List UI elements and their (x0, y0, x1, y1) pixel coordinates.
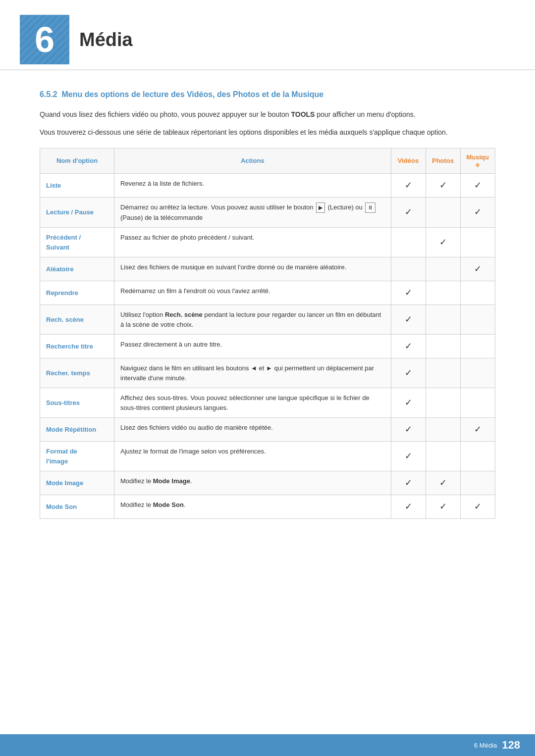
table-row: Mode Répétition Lisez des fichiers vidéo… (40, 418, 495, 442)
option-action: Lisez des fichiers de musique en suivant… (114, 257, 391, 281)
option-action: Ajustez le format de l'image selon vos p… (114, 442, 391, 471)
check-musique: ✓ (460, 418, 495, 442)
col-header-actions: Actions (114, 148, 391, 173)
table-row: Mode Image Modifiez le Mode Image. ✓ ✓ (40, 471, 495, 495)
check-photos (426, 257, 460, 281)
option-action: Démarrez ou arrêtez la lecture. Vous pou… (114, 197, 391, 227)
option-action: Modifiez le Mode Son. (114, 495, 391, 519)
option-action: Redémarrez un film à l'endroit où vous l… (114, 281, 391, 305)
table-row: Recher. temps Naviguez dans le film en u… (40, 358, 495, 388)
option-name: Mode Son (40, 495, 114, 519)
main-content: 6.5.2 Menu des options de lecture des Vi… (0, 70, 535, 549)
check-photos (426, 281, 460, 305)
play-icon: ▶ (316, 202, 325, 213)
option-action: Naviguez dans le film en utilisant les b… (114, 358, 391, 388)
check-videos: ✓ (391, 358, 426, 388)
check-musique (460, 471, 495, 495)
footer-page-number: 128 (502, 739, 520, 752)
section-title: 6.5.2 Menu des options de lecture des Vi… (40, 90, 495, 99)
check-videos (391, 228, 426, 257)
option-action: Affichez des sous-titres. Vous pouvez sé… (114, 388, 391, 418)
check-musique (460, 358, 495, 388)
table-row: Format del'image Ajustez le format de l'… (40, 442, 495, 471)
check-videos: ✓ (391, 495, 426, 519)
option-name: Mode Répétition (40, 418, 114, 442)
check-videos: ✓ (391, 335, 426, 358)
option-name: Format del'image (40, 442, 114, 471)
check-photos (426, 358, 460, 388)
option-name: Recherche titre (40, 335, 114, 358)
table-row: Rech. scène Utilisez l'option Rech. scèn… (40, 305, 495, 335)
table-row: Précédent /Suivant Passez au fichier de … (40, 228, 495, 257)
check-videos: ✓ (391, 281, 426, 305)
intro-paragraph-1: Quand vous lisez des fichiers vidéo ou p… (40, 109, 495, 120)
option-name: Recher. temps (40, 358, 114, 388)
option-action: Passez au fichier de photo précédent / s… (114, 228, 391, 257)
page-header: 6 Média (0, 0, 535, 70)
option-name: Liste (40, 173, 114, 197)
option-name: Reprendre (40, 281, 114, 305)
option-name: Lecture / Pause (40, 197, 114, 227)
check-photos: ✓ (426, 471, 460, 495)
chapter-number: 6 (35, 19, 54, 60)
check-musique (460, 442, 495, 471)
option-action: Lisez des fichiers vidéo ou audio de man… (114, 418, 391, 442)
check-musique (460, 281, 495, 305)
option-action: Revenez à la liste de fichiers. (114, 173, 391, 197)
check-musique: ✓ (460, 257, 495, 281)
check-photos (426, 442, 460, 471)
check-photos (426, 418, 460, 442)
option-name: Sous-titres (40, 388, 114, 418)
table-row: Sous-titres Affichez des sous-titres. Vo… (40, 388, 495, 418)
check-musique (460, 305, 495, 335)
check-photos: ✓ (426, 228, 460, 257)
option-action: Passez directement à un autre titre. (114, 335, 391, 358)
options-table: Nom d'option Actions Vidéos Photos Musiq… (40, 148, 495, 519)
check-videos: ✓ (391, 442, 426, 471)
check-musique (460, 335, 495, 358)
option-action: Modifiez le Mode Image. (114, 471, 391, 495)
pause-icon: ⏸ (365, 202, 375, 213)
check-photos: ✓ (426, 495, 460, 519)
col-header-photos: Photos (426, 148, 460, 173)
check-musique: ✓ (460, 173, 495, 197)
footer-chapter-label: 6 Média (474, 742, 497, 749)
check-photos (426, 305, 460, 335)
col-header-musique: Musique (460, 148, 495, 173)
option-action: Utilisez l'option Rech. scène pendant la… (114, 305, 391, 335)
table-row: Recherche titre Passez directement à un … (40, 335, 495, 358)
option-name: Précédent /Suivant (40, 228, 114, 257)
table-row: Mode Son Modifiez le Mode Son. ✓ ✓ ✓ (40, 495, 495, 519)
check-videos: ✓ (391, 197, 426, 227)
check-musique: ✓ (460, 495, 495, 519)
check-musique: ✓ (460, 197, 495, 227)
col-header-videos: Vidéos (391, 148, 426, 173)
intro-paragraph-2: Vous trouverez ci-dessous une série de t… (40, 127, 495, 138)
check-videos: ✓ (391, 305, 426, 335)
table-row: Aléatoire Lisez des fichiers de musique … (40, 257, 495, 281)
check-videos: ✓ (391, 173, 426, 197)
table-row: Reprendre Redémarrez un film à l'endroit… (40, 281, 495, 305)
check-videos: ✓ (391, 388, 426, 418)
check-musique (460, 228, 495, 257)
check-videos (391, 257, 426, 281)
chapter-number-box: 6 (20, 15, 69, 64)
check-photos (426, 388, 460, 418)
option-name: Rech. scène (40, 305, 114, 335)
option-name: Aléatoire (40, 257, 114, 281)
col-header-nom: Nom d'option (40, 148, 114, 173)
check-musique (460, 388, 495, 418)
check-photos (426, 335, 460, 358)
table-row: Liste Revenez à la liste de fichiers. ✓ … (40, 173, 495, 197)
chapter-title: Média (79, 29, 133, 50)
table-row: Lecture / Pause Démarrez ou arrêtez la l… (40, 197, 495, 227)
check-videos: ✓ (391, 418, 426, 442)
check-photos (426, 197, 460, 227)
option-name: Mode Image (40, 471, 114, 495)
page-footer: 6 Média 128 (0, 734, 535, 756)
check-photos: ✓ (426, 173, 460, 197)
check-videos: ✓ (391, 471, 426, 495)
